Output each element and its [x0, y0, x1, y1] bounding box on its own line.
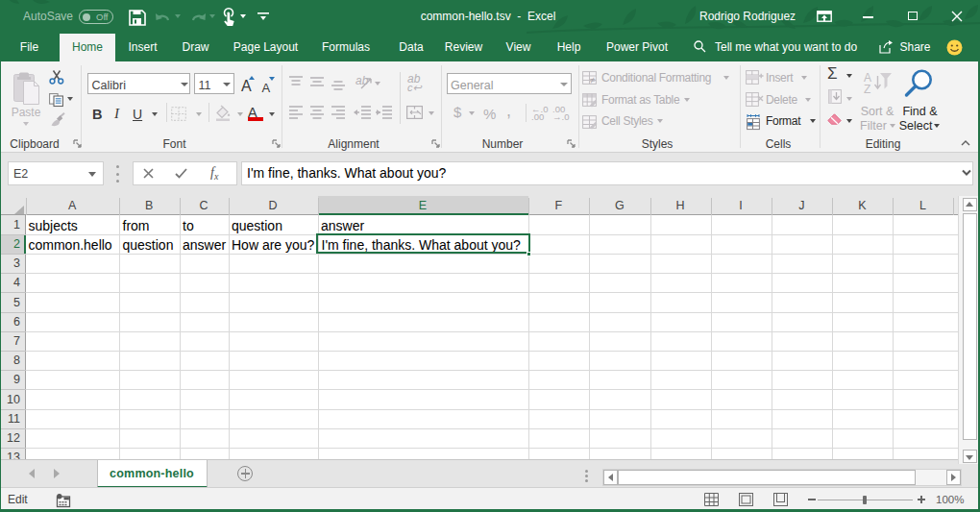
svg-text:Z: Z — [864, 83, 870, 96]
svg-text:≠: ≠ — [590, 75, 596, 85]
